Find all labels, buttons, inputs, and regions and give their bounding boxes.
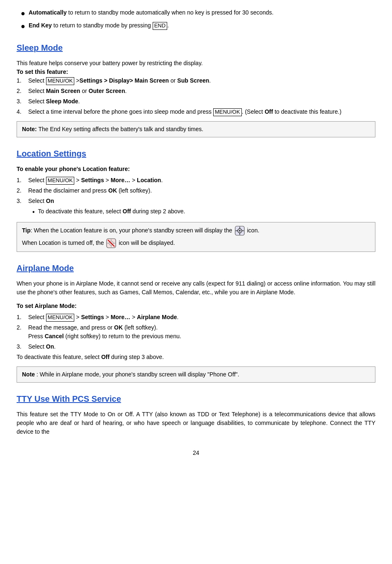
air-step-num-3: 3. <box>17 342 28 351</box>
airplane-step-1: 1. Select MENU/OK > Settings > More… > A… <box>17 313 375 322</box>
location-off-icon <box>106 238 116 248</box>
step-content-1: Select MENU/OK >Settings > Display> Main… <box>28 76 375 85</box>
air-step-content-2: Read the message, and press or OK (left … <box>28 323 375 341</box>
airplane-step-2: 2. Read the message, and press or OK (le… <box>17 323 375 341</box>
loc-step-num-2: 2. <box>17 186 28 195</box>
location-feature-label: To enable your phone's Location feature: <box>17 165 375 173</box>
airplane-mode-section: Airplane Mode When your phone is in Airp… <box>17 262 375 383</box>
tty-section: TTY Use With PCS Service This feature se… <box>17 393 375 436</box>
svg-point-6 <box>239 230 241 232</box>
location-sub-bullet: • To deactivate this feature, select Off… <box>32 207 375 217</box>
air-step-content-1: Select MENU/OK > Settings > More… > Airp… <box>28 313 375 322</box>
sleep-mode-steps: 1. Select MENU/OK >Settings > Display> M… <box>17 76 375 116</box>
airplane-mode-title: Airplane Mode <box>17 262 375 274</box>
bullet-end-key: ● End Key to return to standby mode by p… <box>17 21 375 32</box>
location-step-1: 1. Select MENU/OK > Settings > More… > L… <box>17 176 375 185</box>
menu-ok-box-1: MENU/OK <box>46 77 75 85</box>
sleep-note-label: Note: <box>22 126 37 132</box>
loc-step-num-1: 1. <box>17 176 28 185</box>
sleep-step-2: 2. Select Main Screen or Outer Screen. <box>17 87 375 95</box>
menu-ok-box-2: MENU/OK <box>213 108 242 116</box>
sleep-mode-feature-label: To set this feature: <box>17 68 375 76</box>
airplane-note: Note : While in Airplane mode, your phon… <box>17 366 375 383</box>
sleep-step-3: 3. Select Sleep Mode. <box>17 97 375 106</box>
airplane-note-label: Note <box>22 371 35 378</box>
bullet-automatically: ● Automatically to return to standby mod… <box>17 8 375 19</box>
sleep-step-4: 4. Select a time interval before the pho… <box>17 107 375 116</box>
bullet-automatically-text: Automatically to return to standby mode … <box>29 8 274 17</box>
sleep-step-1: 1. Select MENU/OK >Settings > Display> M… <box>17 76 375 85</box>
location-on-icon <box>235 226 245 236</box>
step-num-4: 4. <box>17 107 28 116</box>
location-settings-section: Location Settings To enable your phone's… <box>17 147 375 252</box>
step-num-2: 2. <box>17 87 28 95</box>
sleep-mode-note: Note: The End Key setting affects the ba… <box>17 121 375 137</box>
sleep-mode-intro: This feature helps conserve your battery… <box>17 59 375 68</box>
step-num-3: 3. <box>17 97 28 106</box>
loc-step-num-3: 3. <box>17 197 28 205</box>
tty-title: TTY Use With PCS Service <box>17 393 375 405</box>
sub-bullet-dot: • <box>32 207 35 217</box>
sleep-mode-title: Sleep Mode <box>17 42 375 54</box>
end-key-box: END <box>153 22 167 30</box>
bullet-dot-1: ● <box>21 8 25 19</box>
airplane-deactivate: To deactivate this feature, select Off d… <box>17 353 375 361</box>
air-step-content-3: Select On. <box>28 342 375 351</box>
airplane-steps: 1. Select MENU/OK > Settings > More… > A… <box>17 313 375 351</box>
location-tip-box: Tip: When the Location feature is on, yo… <box>17 222 375 252</box>
air-step-num-2: 2. <box>17 323 28 332</box>
sleep-mode-section: Sleep Mode This feature helps conserve y… <box>17 42 375 137</box>
airplane-step-3: 3. Select On. <box>17 342 375 351</box>
air-step-num-1: 1. <box>17 313 28 322</box>
bullet-end-key-text: End Key to return to standby mode by pre… <box>29 21 169 30</box>
loc-step-content-2: Read the disclaimer and press OK (left s… <box>28 186 375 195</box>
sleep-note-text: The End Key setting affects the battery'… <box>38 126 203 132</box>
menu-ok-box-air1: MENU/OK <box>46 314 75 322</box>
tip-line-2: When Location is turned off, the icon wi… <box>22 238 370 248</box>
loc-step-content-1: Select MENU/OK > Settings > More… > Loca… <box>28 176 375 185</box>
bullet-dot-2: ● <box>21 21 25 32</box>
page-number: 24 <box>17 449 375 457</box>
step-content-4: Select a time interval before the phone … <box>28 107 375 116</box>
tip-line-1: Tip: When the Location feature is on, yo… <box>22 226 370 236</box>
airplane-mode-intro: When your phone is in Airplane Mode, it … <box>17 279 375 297</box>
step-num-1: 1. <box>17 76 28 85</box>
step-content-2: Select Main Screen or Outer Screen. <box>28 87 375 95</box>
menu-ok-box-loc1: MENU/OK <box>46 177 75 185</box>
airplane-note-text: : While in Airplane mode, your phone's s… <box>37 371 239 378</box>
location-steps: 1. Select MENU/OK > Settings > More… > L… <box>17 176 375 217</box>
location-step-2: 2. Read the disclaimer and press OK (lef… <box>17 186 375 195</box>
tty-intro: This feature set the TTY Mode to On or O… <box>17 410 375 436</box>
location-settings-title: Location Settings <box>17 147 375 160</box>
airplane-feature-label: To set Airplane Mode: <box>17 302 375 310</box>
loc-step-content-3: Select On • To deactivate this feature, … <box>28 197 375 217</box>
sub-bullet-text: To deactivate this feature, select Off d… <box>38 207 185 216</box>
step-content-3: Select Sleep Mode. <box>28 97 375 106</box>
intro-bullets: ● Automatically to return to standby mod… <box>17 8 375 32</box>
location-step-3: 3. Select On • To deactivate this featur… <box>17 197 375 217</box>
